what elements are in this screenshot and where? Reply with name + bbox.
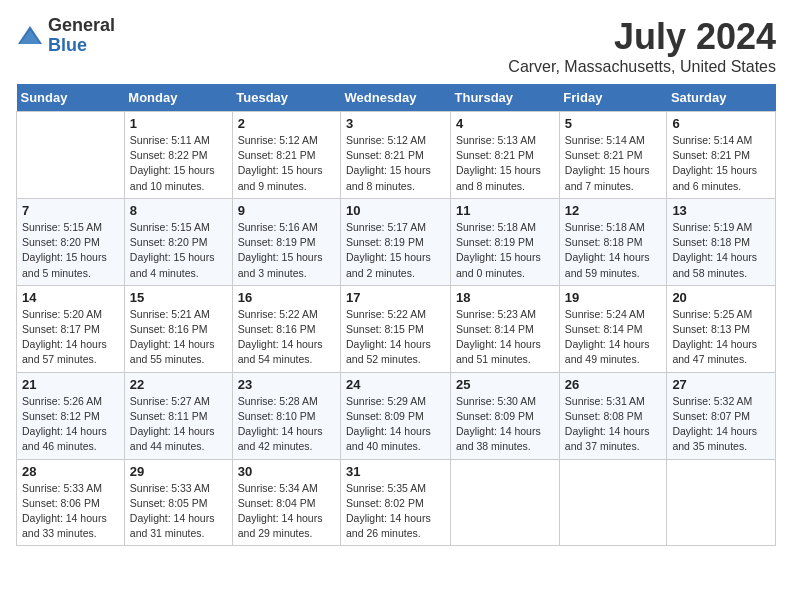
day-number: 4 — [456, 116, 554, 131]
day-info: Sunrise: 5:13 AM Sunset: 8:21 PM Dayligh… — [456, 133, 554, 194]
calendar-week-row: 14Sunrise: 5:20 AM Sunset: 8:17 PM Dayli… — [17, 285, 776, 372]
day-info: Sunrise: 5:20 AM Sunset: 8:17 PM Dayligh… — [22, 307, 119, 368]
page-header: General Blue July 2024 Carver, Massachus… — [16, 16, 776, 76]
day-number: 31 — [346, 464, 445, 479]
day-number: 30 — [238, 464, 335, 479]
day-info: Sunrise: 5:21 AM Sunset: 8:16 PM Dayligh… — [130, 307, 227, 368]
day-number: 13 — [672, 203, 770, 218]
day-number: 19 — [565, 290, 662, 305]
calendar-day-cell: 17Sunrise: 5:22 AM Sunset: 8:15 PM Dayli… — [341, 285, 451, 372]
day-number: 16 — [238, 290, 335, 305]
calendar-day-cell: 30Sunrise: 5:34 AM Sunset: 8:04 PM Dayli… — [232, 459, 340, 546]
day-info: Sunrise: 5:17 AM Sunset: 8:19 PM Dayligh… — [346, 220, 445, 281]
calendar-table: SundayMondayTuesdayWednesdayThursdayFrid… — [16, 84, 776, 546]
calendar-day-cell: 6Sunrise: 5:14 AM Sunset: 8:21 PM Daylig… — [667, 112, 776, 199]
calendar-day-cell — [667, 459, 776, 546]
calendar-day-cell: 5Sunrise: 5:14 AM Sunset: 8:21 PM Daylig… — [559, 112, 667, 199]
calendar-day-cell: 24Sunrise: 5:29 AM Sunset: 8:09 PM Dayli… — [341, 372, 451, 459]
day-number: 3 — [346, 116, 445, 131]
calendar-header-cell: Friday — [559, 84, 667, 112]
day-info: Sunrise: 5:18 AM Sunset: 8:18 PM Dayligh… — [565, 220, 662, 281]
day-number: 28 — [22, 464, 119, 479]
logo-blue: Blue — [48, 36, 115, 56]
day-info: Sunrise: 5:14 AM Sunset: 8:21 PM Dayligh… — [565, 133, 662, 194]
day-number: 25 — [456, 377, 554, 392]
day-info: Sunrise: 5:35 AM Sunset: 8:02 PM Dayligh… — [346, 481, 445, 542]
day-number: 27 — [672, 377, 770, 392]
day-info: Sunrise: 5:15 AM Sunset: 8:20 PM Dayligh… — [22, 220, 119, 281]
calendar-day-cell: 8Sunrise: 5:15 AM Sunset: 8:20 PM Daylig… — [124, 198, 232, 285]
calendar-week-row: 7Sunrise: 5:15 AM Sunset: 8:20 PM Daylig… — [17, 198, 776, 285]
day-info: Sunrise: 5:23 AM Sunset: 8:14 PM Dayligh… — [456, 307, 554, 368]
calendar-header-cell: Wednesday — [341, 84, 451, 112]
day-number: 29 — [130, 464, 227, 479]
calendar-day-cell: 18Sunrise: 5:23 AM Sunset: 8:14 PM Dayli… — [451, 285, 560, 372]
logo-general: General — [48, 16, 115, 36]
day-info: Sunrise: 5:12 AM Sunset: 8:21 PM Dayligh… — [238, 133, 335, 194]
calendar-day-cell — [451, 459, 560, 546]
day-info: Sunrise: 5:34 AM Sunset: 8:04 PM Dayligh… — [238, 481, 335, 542]
day-info: Sunrise: 5:25 AM Sunset: 8:13 PM Dayligh… — [672, 307, 770, 368]
calendar-day-cell: 22Sunrise: 5:27 AM Sunset: 8:11 PM Dayli… — [124, 372, 232, 459]
day-info: Sunrise: 5:29 AM Sunset: 8:09 PM Dayligh… — [346, 394, 445, 455]
calendar-day-cell: 13Sunrise: 5:19 AM Sunset: 8:18 PM Dayli… — [667, 198, 776, 285]
day-number: 10 — [346, 203, 445, 218]
day-info: Sunrise: 5:31 AM Sunset: 8:08 PM Dayligh… — [565, 394, 662, 455]
subtitle: Carver, Massachusetts, United States — [508, 58, 776, 76]
calendar-day-cell: 20Sunrise: 5:25 AM Sunset: 8:13 PM Dayli… — [667, 285, 776, 372]
calendar-header-cell: Monday — [124, 84, 232, 112]
day-number: 11 — [456, 203, 554, 218]
calendar-body: 1Sunrise: 5:11 AM Sunset: 8:22 PM Daylig… — [17, 112, 776, 546]
calendar-day-cell: 4Sunrise: 5:13 AM Sunset: 8:21 PM Daylig… — [451, 112, 560, 199]
calendar-header-row: SundayMondayTuesdayWednesdayThursdayFrid… — [17, 84, 776, 112]
day-info: Sunrise: 5:28 AM Sunset: 8:10 PM Dayligh… — [238, 394, 335, 455]
day-number: 21 — [22, 377, 119, 392]
day-info: Sunrise: 5:32 AM Sunset: 8:07 PM Dayligh… — [672, 394, 770, 455]
day-number: 23 — [238, 377, 335, 392]
day-number: 24 — [346, 377, 445, 392]
calendar-day-cell: 10Sunrise: 5:17 AM Sunset: 8:19 PM Dayli… — [341, 198, 451, 285]
calendar-day-cell: 7Sunrise: 5:15 AM Sunset: 8:20 PM Daylig… — [17, 198, 125, 285]
calendar-day-cell: 16Sunrise: 5:22 AM Sunset: 8:16 PM Dayli… — [232, 285, 340, 372]
calendar-day-cell: 29Sunrise: 5:33 AM Sunset: 8:05 PM Dayli… — [124, 459, 232, 546]
calendar-day-cell: 23Sunrise: 5:28 AM Sunset: 8:10 PM Dayli… — [232, 372, 340, 459]
day-info: Sunrise: 5:15 AM Sunset: 8:20 PM Dayligh… — [130, 220, 227, 281]
calendar-day-cell: 11Sunrise: 5:18 AM Sunset: 8:19 PM Dayli… — [451, 198, 560, 285]
day-number: 15 — [130, 290, 227, 305]
calendar-day-cell: 19Sunrise: 5:24 AM Sunset: 8:14 PM Dayli… — [559, 285, 667, 372]
day-info: Sunrise: 5:30 AM Sunset: 8:09 PM Dayligh… — [456, 394, 554, 455]
day-info: Sunrise: 5:33 AM Sunset: 8:05 PM Dayligh… — [130, 481, 227, 542]
main-title: July 2024 — [508, 16, 776, 58]
day-number: 22 — [130, 377, 227, 392]
day-number: 26 — [565, 377, 662, 392]
calendar-header-cell: Thursday — [451, 84, 560, 112]
calendar-day-cell: 9Sunrise: 5:16 AM Sunset: 8:19 PM Daylig… — [232, 198, 340, 285]
calendar-day-cell: 14Sunrise: 5:20 AM Sunset: 8:17 PM Dayli… — [17, 285, 125, 372]
day-number: 14 — [22, 290, 119, 305]
day-number: 1 — [130, 116, 227, 131]
day-number: 9 — [238, 203, 335, 218]
calendar-week-row: 1Sunrise: 5:11 AM Sunset: 8:22 PM Daylig… — [17, 112, 776, 199]
day-info: Sunrise: 5:24 AM Sunset: 8:14 PM Dayligh… — [565, 307, 662, 368]
day-info: Sunrise: 5:33 AM Sunset: 8:06 PM Dayligh… — [22, 481, 119, 542]
day-number: 2 — [238, 116, 335, 131]
day-info: Sunrise: 5:22 AM Sunset: 8:15 PM Dayligh… — [346, 307, 445, 368]
day-number: 6 — [672, 116, 770, 131]
calendar-header-cell: Saturday — [667, 84, 776, 112]
logo-icon — [16, 22, 44, 50]
calendar-week-row: 21Sunrise: 5:26 AM Sunset: 8:12 PM Dayli… — [17, 372, 776, 459]
calendar-header-cell: Tuesday — [232, 84, 340, 112]
title-block: July 2024 Carver, Massachusetts, United … — [508, 16, 776, 76]
calendar-day-cell: 28Sunrise: 5:33 AM Sunset: 8:06 PM Dayli… — [17, 459, 125, 546]
calendar-day-cell: 3Sunrise: 5:12 AM Sunset: 8:21 PM Daylig… — [341, 112, 451, 199]
day-number: 18 — [456, 290, 554, 305]
day-number: 5 — [565, 116, 662, 131]
day-info: Sunrise: 5:19 AM Sunset: 8:18 PM Dayligh… — [672, 220, 770, 281]
day-info: Sunrise: 5:26 AM Sunset: 8:12 PM Dayligh… — [22, 394, 119, 455]
calendar-day-cell: 21Sunrise: 5:26 AM Sunset: 8:12 PM Dayli… — [17, 372, 125, 459]
calendar-day-cell — [17, 112, 125, 199]
day-info: Sunrise: 5:14 AM Sunset: 8:21 PM Dayligh… — [672, 133, 770, 194]
day-number: 12 — [565, 203, 662, 218]
day-number: 7 — [22, 203, 119, 218]
day-info: Sunrise: 5:22 AM Sunset: 8:16 PM Dayligh… — [238, 307, 335, 368]
